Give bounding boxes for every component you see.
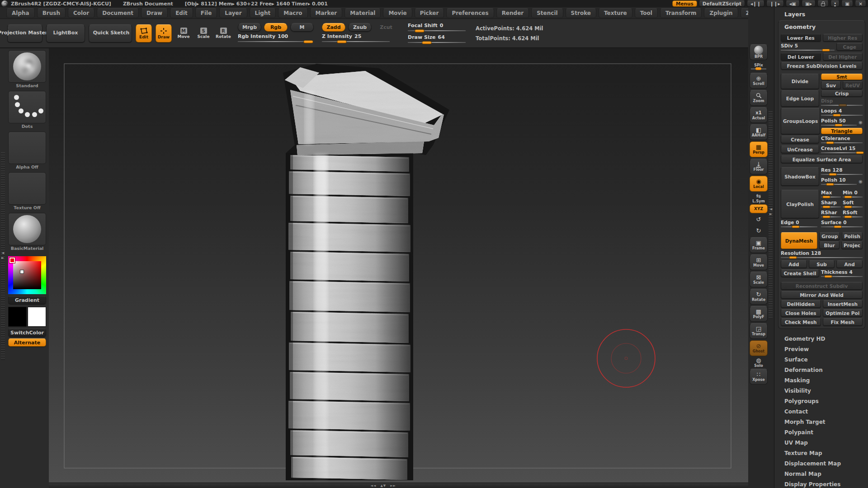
slider-handle[interactable]: [822, 206, 830, 208]
right-tray-toggle-icon[interactable]: ❙❙▸: [766, 0, 784, 7]
menu-item[interactable]: Material: [344, 8, 381, 18]
del-higher-button[interactable]: Del Higher: [823, 53, 863, 61]
slider-handle[interactable]: [826, 183, 834, 186]
menu-item[interactable]: Stroke: [566, 8, 596, 18]
menus-toggle-button[interactable]: Menus: [672, 0, 697, 7]
gradient-button[interactable]: Gradient: [8, 296, 46, 304]
focal-shift-slider[interactable]: Focal Shift0: [408, 23, 466, 33]
crease-button[interactable]: Crease: [781, 136, 819, 143]
current-brush-item[interactable]: Standard: [8, 50, 46, 89]
secondary-color-swatch[interactable]: [28, 307, 46, 327]
slider-handle[interactable]: [822, 216, 830, 218]
creaselvl-slider[interactable]: CreaseLvl15: [821, 145, 863, 154]
slider-handle[interactable]: [303, 40, 313, 43]
rgb-intensity-slider[interactable]: Rgb Intensity100: [238, 33, 312, 43]
palette-header[interactable]: Visibility: [778, 385, 865, 396]
polish-slider[interactable]: Polish50: [821, 118, 857, 127]
spin-left-button[interactable]: ↺: [750, 215, 768, 225]
claypolish-sharp-slider[interactable]: Sharp: [821, 200, 841, 208]
claypolish-min-slider[interactable]: Min0: [843, 190, 863, 198]
lightbox-button[interactable]: LightBox: [46, 24, 85, 42]
groups-loops-button[interactable]: GroupsLoops: [781, 108, 820, 134]
move-mode-button[interactable]: M Move: [175, 24, 192, 42]
draw-mode-button[interactable]: Draw: [156, 24, 172, 42]
slider-handle[interactable]: [835, 124, 843, 127]
reconstruct-subdiv-button[interactable]: Reconstruct Subdiv: [781, 282, 863, 290]
palette-header[interactable]: Contact: [778, 406, 865, 417]
dynamesh-and-toggle[interactable]: And: [836, 260, 863, 268]
palette-header[interactable]: Displacement Map: [778, 458, 865, 469]
palette-header[interactable]: Geometry HD: [778, 333, 865, 344]
menu-item[interactable]: Stencil: [531, 8, 563, 18]
menu-item[interactable]: Marker: [310, 8, 343, 18]
menu-item[interactable]: Tool: [635, 8, 658, 18]
aahalf-button[interactable]: ◧ AAHalf: [750, 124, 768, 140]
spix-slider[interactable]: SPix: [750, 61, 768, 71]
xyz-button[interactable]: XYZ: [750, 204, 768, 213]
slider-handle[interactable]: [826, 141, 834, 144]
claypolish-rsoft-slider[interactable]: RSoft: [843, 210, 863, 218]
switch-color-button[interactable]: SwitchColor: [8, 328, 46, 337]
loops-slider[interactable]: Loops4: [821, 108, 863, 117]
close-button[interactable]: ×: [855, 0, 866, 7]
menu-item[interactable]: Texture: [599, 8, 632, 18]
current-stroke-item[interactable]: Dots: [8, 91, 46, 130]
menu-item[interactable]: Zplugin: [704, 8, 738, 18]
menu-item[interactable]: Layer: [219, 8, 247, 18]
slider-handle[interactable]: [422, 41, 432, 44]
palette-header[interactable]: Preview: [778, 344, 865, 354]
check-mesh-button[interactable]: Check Mesh: [781, 318, 821, 326]
spix-slider-track[interactable]: [751, 68, 766, 70]
ctolerance-slider[interactable]: CTolerance: [821, 136, 863, 144]
triangle-toggle[interactable]: Triangle: [821, 128, 863, 134]
menu-item[interactable]: Preferences: [446, 8, 494, 18]
crisp-toggle[interactable]: Crisp: [821, 90, 863, 97]
slider-handle[interactable]: [834, 225, 842, 228]
slider-handle[interactable]: [822, 49, 830, 52]
palette-header[interactable]: Surface: [778, 354, 865, 365]
palette-header[interactable]: Texture Map: [778, 448, 865, 458]
bottom-tray-divider[interactable]: ◄◄ ▲▼ ►►: [49, 483, 748, 488]
del-lower-button[interactable]: Del Lower: [781, 53, 821, 61]
menu-item[interactable]: Movie: [383, 8, 412, 18]
shadowbox-polish-slider[interactable]: Polish10: [821, 177, 857, 186]
palette-header[interactable]: UV Map: [778, 437, 865, 448]
slider-handle[interactable]: [792, 225, 800, 228]
create-shell-button[interactable]: Create Shell: [781, 269, 819, 277]
spin-right-button[interactable]: ↻: [750, 226, 768, 236]
menu-item[interactable]: Draw: [141, 8, 168, 18]
menu-item[interactable]: Document: [97, 8, 139, 18]
menu-item[interactable]: Alpha: [6, 8, 35, 18]
lock-icon[interactable]: [817, 0, 829, 7]
draw-size-slider[interactable]: Draw Size64: [408, 34, 466, 44]
dynamesh-add-toggle[interactable]: Add: [781, 260, 807, 268]
bpr-button[interactable]: BPR: [750, 44, 768, 60]
claypolish-max-slider[interactable]: Max: [821, 190, 841, 198]
hue-cursor[interactable]: [9, 258, 15, 263]
local-button[interactable]: ◉ Local: [750, 176, 768, 192]
frame-button[interactable]: ▣ Frame: [750, 237, 768, 253]
rotate-tool-button[interactable]: ↻ Rotate: [750, 289, 768, 305]
slider-handle[interactable]: [337, 40, 347, 43]
uncrease-button[interactable]: UnCrease: [781, 145, 819, 153]
shadowbox-button[interactable]: ShadowBox: [781, 167, 819, 186]
sdiv-slider[interactable]: SDiv5: [781, 43, 835, 52]
sv-cursor[interactable]: [20, 270, 24, 274]
main-color-swatch[interactable]: [8, 307, 27, 327]
solo-button[interactable]: ◍ Solo: [750, 357, 768, 367]
dynamesh-button[interactable]: DynaMesh: [781, 232, 817, 249]
slider-handle[interactable]: [839, 104, 847, 107]
polish-mode-radio-icon[interactable]: ◉: [859, 120, 863, 125]
tray-updown-icon[interactable]: ▲▼: [380, 484, 386, 488]
thickness-slider[interactable]: Thickness4: [821, 269, 863, 278]
equalize-surface-area-button[interactable]: Equalize Surface Area: [781, 155, 863, 163]
menu-item[interactable]: Macro: [278, 8, 307, 18]
edge-slider[interactable]: Edge0: [781, 220, 817, 228]
current-alpha-item[interactable]: Alpha Off: [8, 131, 46, 170]
resolution-slider[interactable]: Resolution128: [781, 250, 863, 259]
menu-item[interactable]: Brush: [37, 8, 66, 18]
scale-tool-button[interactable]: ⊠ Scale: [750, 272, 768, 287]
surface-slider[interactable]: Surface0: [821, 220, 863, 228]
projection-master-button[interactable]: Projection Master▾: [7, 24, 42, 42]
next-document-icon[interactable]: ▣▸: [802, 0, 816, 7]
